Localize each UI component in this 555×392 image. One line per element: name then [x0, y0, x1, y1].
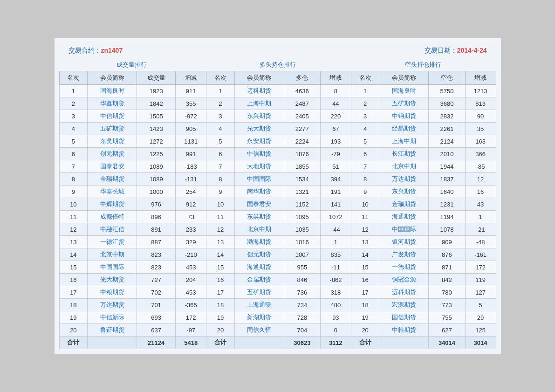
- cell: 广发期货: [379, 248, 429, 261]
- cell: 经易期货: [379, 123, 429, 135]
- cell: 876: [429, 248, 465, 261]
- cell: 渤海期货: [234, 236, 284, 248]
- table-row: 10中辉期货97691210国泰君安115214110金瑞期货123143: [59, 198, 496, 211]
- cell: 3: [206, 110, 235, 123]
- cell: 905: [176, 123, 206, 135]
- cell: 1837: [429, 173, 465, 186]
- cell: 5750: [429, 85, 465, 97]
- cell: 1: [320, 236, 351, 248]
- cell: 9: [206, 186, 235, 198]
- table-row: 4五矿期货14239054光大期货2277674经易期货226135: [59, 123, 496, 135]
- th-rank-s: 名次: [351, 71, 379, 85]
- cell: 金瑞期货: [88, 173, 137, 186]
- cell: 141: [320, 198, 351, 211]
- cell: 35: [465, 123, 496, 135]
- cell: 中国国际: [234, 173, 284, 186]
- cell: 1089: [137, 160, 176, 173]
- cell: 842: [429, 274, 465, 286]
- cell: 万达期货: [88, 299, 137, 311]
- th-member-v: 会员简称: [88, 71, 137, 85]
- table-row: 14北京中期823-21014创元期货100783514广发期货876-161: [59, 248, 496, 261]
- cell: 1089: [137, 173, 176, 186]
- cell: 东吴期货: [234, 211, 284, 223]
- cell: 华鑫期货: [88, 97, 137, 110]
- cell: 823: [137, 261, 176, 274]
- cell: 东吴期货: [88, 135, 137, 148]
- cell: 1213: [465, 85, 496, 97]
- table-row: 1国海良时19239111迈科期货463681国海良时57501213: [59, 85, 496, 97]
- cell: 东兴期货: [379, 186, 429, 198]
- cell: 海通期货: [379, 211, 429, 223]
- cell: 4: [351, 123, 379, 135]
- th-rank-v: 名次: [59, 71, 88, 85]
- cell: 中辉期货: [88, 198, 137, 211]
- cell: 693: [137, 311, 176, 324]
- cell: 846: [284, 274, 320, 286]
- cell: 119: [465, 274, 496, 286]
- cell: 2010: [429, 148, 465, 160]
- cell: 734: [284, 299, 320, 311]
- cell: 1423: [137, 123, 176, 135]
- cell: 780: [429, 286, 465, 299]
- cell: 2832: [429, 110, 465, 123]
- cell: 727: [137, 274, 176, 286]
- cell: 318: [320, 286, 351, 299]
- cell: 3: [351, 110, 379, 123]
- cell: 上海通联: [234, 299, 284, 311]
- cell: 大地期货: [234, 160, 284, 173]
- table-row: 5东吴期货127211315永安期货22241935上海中期2124163: [59, 135, 496, 148]
- cell: 172: [176, 311, 206, 324]
- cell: 29: [465, 311, 496, 324]
- cell: 华泰长城: [88, 186, 137, 198]
- table-row: 12中融汇信89123312北京中期1035-4412中国国际1078-21: [59, 223, 496, 236]
- cell: 五矿期货: [379, 97, 429, 110]
- cell: 204: [176, 274, 206, 286]
- cell: -97: [176, 324, 206, 337]
- cell: 中国国际: [379, 223, 429, 236]
- cell: 12: [465, 173, 496, 186]
- cell: 18: [351, 299, 379, 311]
- footer-short: 34014: [429, 337, 465, 349]
- table-row: 17中粮期货70245317五矿期货73631817迈科期货780127: [59, 286, 496, 299]
- cell: 0: [320, 324, 351, 337]
- cell: 6: [59, 148, 88, 160]
- cell: 4636: [284, 85, 320, 97]
- th-member-s: 会员简称: [379, 71, 429, 85]
- cell: 1923: [137, 85, 176, 97]
- cell: 254: [176, 186, 206, 198]
- cell: 北京中期: [379, 160, 429, 173]
- footer-volume: 21124: [137, 337, 176, 349]
- cell: 光大期货: [88, 274, 137, 286]
- cell: 991: [176, 148, 206, 160]
- cell: 7: [59, 160, 88, 173]
- cell: 1231: [429, 198, 465, 211]
- th-volume: 成交量: [137, 71, 176, 85]
- cell: 891: [137, 223, 176, 236]
- cell: 5: [59, 135, 88, 148]
- cell: 铜冠金源: [379, 274, 429, 286]
- cell: 14: [206, 248, 235, 261]
- cell: 10: [351, 198, 379, 211]
- cell: 13: [59, 236, 88, 248]
- cell: 8: [320, 85, 351, 97]
- cell: 上海中期: [234, 97, 284, 110]
- cell: -44: [320, 223, 351, 236]
- cell: 东兴期货: [234, 110, 284, 123]
- cell: 国信期货: [379, 311, 429, 324]
- cell: 国海良时: [379, 85, 429, 97]
- cell: 长江期货: [379, 148, 429, 160]
- cell: 172: [465, 261, 496, 274]
- cell: 163: [465, 135, 496, 148]
- cell: 193: [320, 135, 351, 148]
- cell: 中信期货: [234, 148, 284, 160]
- cell: -210: [176, 248, 206, 261]
- cell: 8: [206, 173, 235, 186]
- contract-info: 交易合约：zn1407: [69, 47, 123, 55]
- cell: -862: [320, 274, 351, 286]
- footer-long: 30623: [284, 337, 320, 349]
- cell: 191: [320, 186, 351, 198]
- cell: 13: [206, 236, 235, 248]
- cell: 17: [59, 286, 88, 299]
- cell: 16: [206, 274, 235, 286]
- cell: 896: [137, 211, 176, 223]
